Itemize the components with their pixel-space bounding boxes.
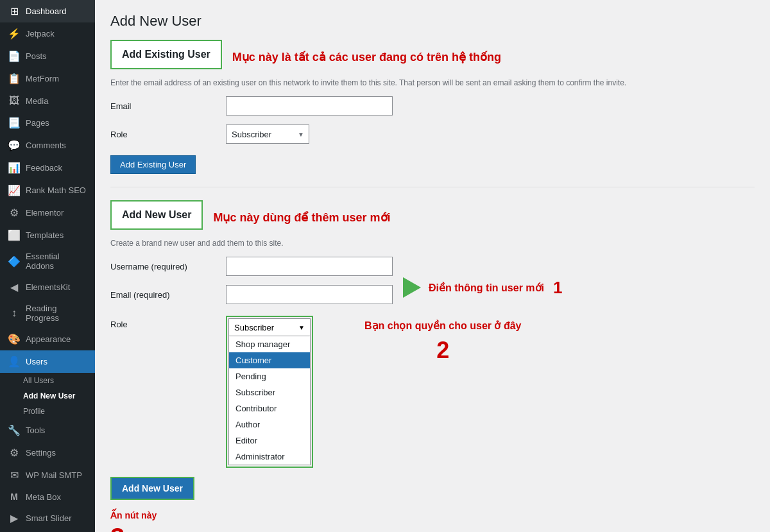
new-username-row: Username (required) (110, 257, 393, 276)
new-email-row: Email (required) (110, 285, 393, 304)
sidebar-item-label: WP Mail SMTP (26, 470, 82, 480)
rankmath-icon: 📈 (8, 184, 21, 196)
sidebar-item-users[interactable]: 👤 Users (0, 350, 95, 373)
new-username-input[interactable] (226, 257, 393, 276)
dropdown-option-subscriber[interactable]: Subscriber (229, 384, 310, 400)
btn-annotation-num: 3 (110, 523, 124, 532)
sidebar-item-label: Smart Slider (26, 513, 72, 523)
sidebar-item-label: Users (26, 357, 47, 366)
sidebar-item-media[interactable]: 🖼 Media (0, 90, 95, 112)
btn-annotation-text: Ấn nút này (110, 510, 157, 520)
new-email-label: Email (required) (110, 290, 226, 300)
sidebar-item-wpmail[interactable]: ✉ WP Mail SMTP (0, 464, 95, 486)
sidebar-item-label: Comments (26, 141, 66, 150)
sidebar-item-posts[interactable]: 📄 Posts (0, 45, 95, 67)
role-annotation-num: 2 (436, 337, 449, 363)
main-content: Add New User Add Existing User Mục này l… (95, 0, 770, 532)
feedback-icon: 📊 (8, 162, 21, 174)
arrow-annotation-area: Điền thông tin user mới 1 (403, 277, 562, 298)
sidebar-item-label: Posts (26, 51, 47, 61)
elementskit-icon: ◀ (8, 281, 21, 293)
essential-icon: 🔷 (8, 255, 21, 268)
role-section: Role Subscriber ▼ Shop manager Customer … (110, 316, 755, 532)
dropdown-option-customer[interactable]: Customer (229, 352, 310, 368)
appearance-icon: 🎨 (8, 333, 21, 345)
existing-role-label: Role (110, 130, 226, 139)
sidebar-item-rankmath[interactable]: 📈 Rank Math SEO (0, 179, 95, 202)
sidebar-item-comments[interactable]: 💬 Comments (0, 134, 95, 157)
sidebar-item-jetpack[interactable]: ⚡ Jetpack (0, 22, 95, 45)
sidebar-item-label: Jetpack (26, 29, 55, 39)
sidebar-item-pages[interactable]: 📃 Pages (0, 112, 95, 134)
dropdown-option-shopmanager[interactable]: Shop manager (229, 336, 310, 352)
sidebar-item-label: Appearance (26, 334, 71, 344)
role-chevron-icon: ▼ (298, 324, 305, 331)
role-annotation-num-area: 2 (364, 337, 521, 364)
jetpack-icon: ⚡ (8, 28, 21, 40)
dropdown-option-contributor[interactable]: Contributor (229, 400, 310, 416)
sidebar-subitem-label: Add New User (23, 391, 75, 400)
sidebar-item-elementskit[interactable]: ◀ ElementsKit (0, 276, 95, 298)
add-new-user-button[interactable]: Add New User (110, 477, 194, 500)
dropdown-option-administrator[interactable]: Administrator (229, 449, 310, 465)
sidebar-subitem-all-users[interactable]: All Users (0, 373, 95, 388)
sidebar-item-appearance[interactable]: 🎨 Appearance (0, 328, 95, 350)
existing-user-desc: Enter the email address of an existing u… (110, 78, 755, 87)
sidebar-subitem-add-new-user[interactable]: Add New User (0, 388, 95, 404)
sidebar-item-metabox[interactable]: M Meta Box (0, 486, 95, 507)
sidebar: ⊞ Dashboard ⚡ Jetpack 📄 Posts 📋 MetForm … (0, 0, 95, 532)
existing-email-input[interactable] (226, 96, 393, 116)
role-annotation-text: Bạn chọn quyền cho user ở đây (364, 320, 521, 331)
posts-icon: 📄 (8, 50, 21, 62)
existing-role-row: Role Subscriber ▼ (110, 124, 755, 144)
existing-email-row: Email (110, 96, 755, 116)
role-dropdown-container: Subscriber ▼ Shop manager Customer Pendi… (226, 316, 313, 468)
sidebar-item-label: Templates (26, 230, 64, 240)
role-selected-value: Subscriber (234, 323, 274, 332)
sidebar-item-label: Rank Math SEO (26, 185, 86, 195)
sidebar-item-dashboard[interactable]: ⊞ Dashboard (0, 0, 95, 22)
metform-icon: 📋 (8, 73, 21, 85)
existing-user-annotation: Mục này là tất cả các user đang có trên … (232, 50, 501, 64)
dropdown-option-pending[interactable]: Pending (229, 368, 310, 384)
sidebar-item-tools[interactable]: 🔧 Tools (0, 419, 95, 442)
sidebar-item-metform[interactable]: 📋 MetForm (0, 67, 95, 90)
existing-email-label: Email (110, 101, 226, 111)
new-role-row: Role Subscriber ▼ Shop manager Customer … (110, 316, 313, 468)
media-icon: 🖼 (8, 95, 21, 107)
new-user-box: Add New User (110, 200, 203, 230)
dropdown-option-author[interactable]: Author (229, 416, 310, 433)
new-user-title: Add New User (122, 209, 191, 220)
sidebar-item-reading[interactable]: ↕ Reading Progress (0, 298, 95, 328)
btn-annotation-area: Ấn nút này (110, 510, 313, 520)
pages-icon: 📃 (8, 117, 21, 129)
role-dropdown-trigger[interactable]: Subscriber ▼ (228, 318, 311, 336)
add-existing-user-button[interactable]: Add Existing User (110, 155, 196, 174)
arrow-annotation-text: Điền thông tin user mới (429, 282, 544, 294)
existing-role-select-wrapper: Subscriber ▼ (226, 124, 309, 144)
sidebar-item-smartslider[interactable]: ▶ Smart Slider (0, 507, 95, 529)
elementor-icon: ⚙ (8, 207, 21, 219)
new-email-input[interactable] (226, 285, 393, 304)
sidebar-item-label: Reading Progress (26, 304, 87, 323)
users-icon: 👤 (8, 356, 21, 368)
dropdown-option-editor[interactable]: Editor (229, 433, 310, 449)
existing-role-select[interactable]: Subscriber (226, 124, 309, 144)
page-title: Add New User (110, 13, 755, 30)
smartslider-icon: ▶ (8, 512, 21, 524)
sidebar-item-elementor[interactable]: ⚙ Elementor (0, 202, 95, 224)
sidebar-item-templates[interactable]: ⬜ Templates (0, 224, 95, 246)
new-user-section: Add New User Mục này dùng để thêm user m… (110, 200, 755, 532)
sidebar-item-settings[interactable]: ⚙ Settings (0, 442, 95, 464)
dashboard-icon: ⊞ (8, 5, 21, 17)
comments-icon: 💬 (8, 139, 21, 151)
new-username-label: Username (required) (110, 262, 226, 271)
role-dropdown-list: Shop manager Customer Pending Subscriber… (228, 336, 311, 465)
new-user-annotation: Mục này dùng để thêm user mới (213, 210, 390, 225)
sidebar-item-feedback[interactable]: 📊 Feedback (0, 157, 95, 179)
section-divider (110, 187, 755, 187)
sidebar-item-label: Tools (26, 425, 45, 435)
btn-annotation-num-area: 3 (110, 523, 313, 532)
sidebar-subitem-profile[interactable]: Profile (0, 404, 95, 419)
sidebar-item-essential[interactable]: 🔷 Essential Addons (0, 246, 95, 276)
